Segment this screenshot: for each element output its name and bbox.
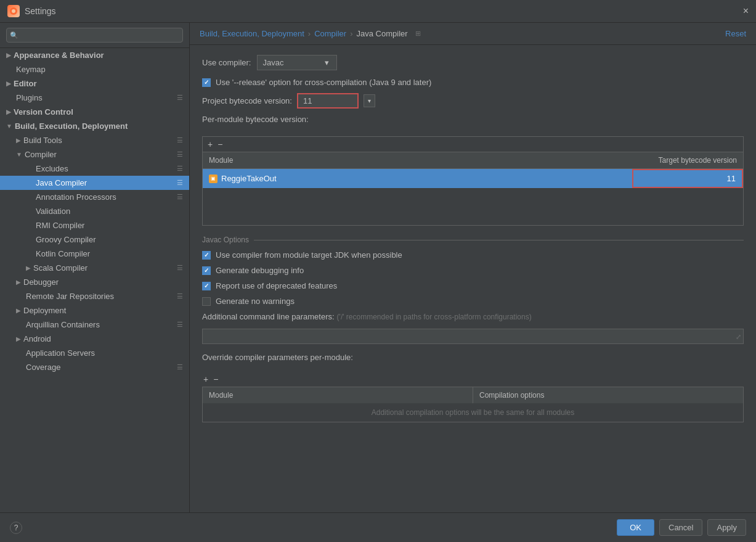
cross-compile-row: ✓ Use '--release' option for cross-compi… [202, 78, 744, 87]
sidebar-item-rmi[interactable]: RMI Compiler [0, 218, 189, 232]
expand-arrow-debugger: ▶ [16, 279, 21, 285]
expand-arrow-appearance: ▶ [6, 52, 11, 59]
footer: ? OK Cancel Apply [0, 512, 756, 542]
sidebar-item-plugins[interactable]: Plugins ☰ [0, 91, 189, 105]
sidebar-label-build-tools: Build Tools [23, 136, 62, 145]
expand-icon[interactable]: ⤢ [736, 332, 741, 340]
javac-opt1-checkbox[interactable]: ✓ [202, 251, 211, 260]
sidebar-label-groovy: Groovy Compiler [36, 235, 96, 244]
sidebar-item-compiler[interactable]: ▼ Compiler ☰ [0, 147, 189, 162]
expand-arrow-editor: ▶ [6, 80, 11, 87]
bottom-options-col: Compilation options [473, 387, 743, 403]
sidebar-label-validation: Validation [36, 207, 70, 216]
per-module-label-row: Per-module bytecode version: [202, 115, 744, 129]
table-header: Module Target bytecode version [203, 152, 743, 169]
breadcrumb-sep-2: › [350, 29, 352, 38]
breadcrumb: Build, Execution, Deployment › Compiler … [200, 29, 421, 38]
sidebar-label-annotation: Annotation Processors [36, 192, 116, 202]
javac-opt2-checkbox[interactable]: ✓ [202, 266, 211, 275]
expand-arrow-android: ▶ [16, 335, 21, 342]
settings-icon-plugins: ☰ [177, 94, 183, 102]
sidebar-item-app-servers[interactable]: Application Servers [0, 346, 189, 360]
override-label-row: Override compiler parameters per-module: [202, 353, 744, 367]
javac-opt3-checkbox[interactable]: ✓ [202, 282, 211, 290]
sidebar-item-build-exec[interactable]: ▼ Build, Execution, Deployment [0, 119, 189, 133]
sidebar-item-excludes[interactable]: Excludes ☰ [0, 162, 189, 176]
bottom-module-col: Module [203, 387, 473, 403]
ok-button[interactable]: OK [617, 519, 654, 536]
cmd-params-input[interactable] [202, 329, 744, 344]
close-button[interactable]: × [743, 6, 749, 17]
module-col-header: Module [203, 152, 632, 168]
sidebar-item-debugger[interactable]: ▶ Debugger [0, 275, 189, 289]
sidebar-item-arquillian[interactable]: Arquillian Containers ☰ [0, 318, 189, 332]
sidebar-item-validation[interactable]: Validation [0, 204, 189, 218]
help-button[interactable]: ? [10, 522, 22, 534]
javac-opt3-label: Report use of deprecated features [216, 281, 337, 290]
add-module-button[interactable]: + [206, 139, 214, 149]
remove-override-button[interactable]: − [212, 374, 219, 384]
sidebar: 🔍 ▶ Appearance & Behavior Keymap ▶ Edito… [0, 23, 190, 512]
bytecode-input[interactable] [297, 93, 359, 109]
compiler-select[interactable]: Javac Eclipse Ajc [257, 55, 337, 70]
module-cell: ▣ ReggieTakeOut [203, 170, 632, 187]
dialog-title: Settings [25, 6, 56, 16]
sidebar-item-editor[interactable]: ▶ Editor [0, 76, 189, 91]
sidebar-item-java-compiler[interactable]: Java Compiler ☰ [0, 176, 189, 190]
sidebar-label-coverage: Coverage [26, 363, 60, 372]
sidebar-item-coverage[interactable]: Coverage ☰ [0, 360, 189, 374]
divider-line [254, 240, 744, 240]
sidebar-item-remote-jar[interactable]: Remote Jar Repositories ☰ [0, 289, 189, 303]
apply-button[interactable]: Apply [707, 519, 746, 536]
cmd-params-row: Additional command line parameters: ('/'… [202, 312, 744, 321]
sidebar-item-annotation[interactable]: Annotation Processors ☰ [0, 190, 189, 204]
javac-section-divider: Javac Options [202, 236, 744, 244]
settings-icon-build-tools: ☰ [177, 136, 183, 144]
check-icon: ✓ [204, 79, 209, 86]
table-row[interactable]: ▣ ReggieTakeOut 11 [203, 169, 743, 188]
per-module-label: Per-module bytecode version: [202, 115, 309, 124]
sidebar-item-groovy[interactable]: Groovy Compiler [0, 232, 189, 247]
sidebar-item-kotlin[interactable]: Kotlin Compiler [0, 247, 189, 261]
check1-icon: ✓ [204, 252, 209, 258]
use-compiler-label: Use compiler: [202, 58, 251, 67]
breadcrumb-part-2[interactable]: Compiler [314, 29, 346, 38]
main-panel: Build, Execution, Deployment › Compiler … [190, 23, 756, 512]
search-box: 🔍 [0, 23, 189, 48]
check2-icon: ✓ [204, 267, 209, 274]
sidebar-item-appearance[interactable]: ▶ Appearance & Behavior [0, 48, 189, 62]
sidebar-item-deployment[interactable]: ▶ Deployment [0, 303, 189, 318]
cancel-button[interactable]: Cancel [659, 519, 702, 536]
javac-opt4-label: Generate no warnings [216, 297, 295, 306]
reset-button[interactable]: Reset [725, 29, 746, 38]
remove-module-button[interactable]: − [216, 139, 224, 149]
cross-compile-checkbox[interactable]: ✓ [202, 78, 211, 87]
sidebar-label-excludes: Excludes [36, 164, 68, 173]
cross-compile-label: Use '--release' option for cross-compila… [216, 78, 431, 87]
breadcrumb-part-1[interactable]: Build, Execution, Deployment [200, 29, 304, 38]
bytecode-row: Project bytecode version: ▾ [202, 93, 744, 109]
module-table: + − Module Target bytecode version ▣ Reg… [202, 136, 744, 226]
javac-option-2: ✓ Generate debugging info [202, 266, 744, 275]
sidebar-label-compiler: Compiler [25, 150, 57, 159]
search-input[interactable] [6, 28, 183, 43]
sidebar-item-scala[interactable]: ▶ Scala Compiler ☰ [0, 261, 189, 275]
sidebar-item-version-control[interactable]: ▶ Version Control [0, 105, 189, 119]
expand-arrow-deployment: ▶ [16, 307, 21, 314]
sidebar-item-build-tools[interactable]: ▶ Build Tools ☰ [0, 133, 189, 147]
bytecode-dropdown-arrow[interactable]: ▾ [364, 94, 375, 107]
version-cell[interactable]: 11 [632, 169, 743, 188]
sidebar-label-kotlin: Kotlin Compiler [36, 249, 90, 258]
expand-arrow-build-tools: ▶ [16, 137, 21, 144]
javac-opt1-label: Use compiler from module target JDK when… [216, 250, 402, 260]
add-override-button[interactable]: + [202, 374, 209, 384]
javac-opt4-checkbox[interactable] [202, 297, 211, 306]
settings-icon-java-compiler: ☰ [177, 179, 183, 187]
breadcrumb-bar: Build, Execution, Deployment › Compiler … [190, 23, 756, 45]
footer-right: OK Cancel Apply [617, 519, 746, 536]
sidebar-item-keymap[interactable]: Keymap [0, 62, 189, 76]
settings-content: Use compiler: Javac Eclipse Ajc ▾ ✓ [190, 45, 756, 512]
sidebar-item-android[interactable]: ▶ Android [0, 332, 189, 346]
sidebar-label-rmi: RMI Compiler [36, 221, 84, 230]
expand-arrow-vc: ▶ [6, 109, 11, 115]
